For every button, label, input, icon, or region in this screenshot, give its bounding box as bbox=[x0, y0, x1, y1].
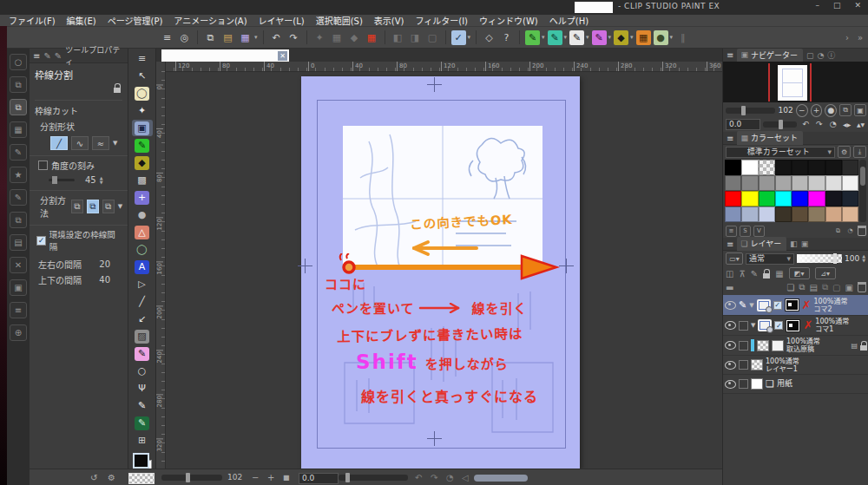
color-swatch-7[interactable] bbox=[842, 160, 858, 175]
edit-frame-icon[interactable]: ✎ bbox=[10, 189, 27, 206]
toolbar-menu[interactable]: ≡ bbox=[132, 50, 153, 67]
layer-menu-icon[interactable]: ≡ bbox=[727, 239, 733, 249]
opacity-slider[interactable] bbox=[797, 254, 842, 263]
stroke-correct-tool[interactable]: ↙ bbox=[132, 311, 153, 327]
favorites-icon[interactable]: ★ bbox=[10, 167, 27, 183]
main-menu-button[interactable]: ≡ bbox=[160, 30, 174, 45]
save-document-button[interactable]: ▦ bbox=[238, 30, 253, 45]
menu-item-4[interactable]: レイヤー(L) bbox=[259, 14, 305, 27]
layer-select-box[interactable] bbox=[739, 341, 748, 351]
color-swatch-12[interactable] bbox=[792, 175, 808, 191]
new-layer-icon[interactable]: ❏ bbox=[786, 283, 794, 292]
color-swatch-25[interactable] bbox=[741, 206, 758, 222]
ruler-range-dropdown[interactable]: ⊿▾ bbox=[815, 267, 836, 279]
layer-thumbnail[interactable] bbox=[757, 340, 769, 351]
color-swatch-23[interactable] bbox=[842, 191, 858, 206]
colorset-preset-dropdown[interactable]: 標準カラーセット▾ bbox=[726, 147, 835, 158]
navigator-zoom-value[interactable]: 102 bbox=[778, 106, 793, 115]
transfer-layer-icon[interactable]: ⧉ bbox=[822, 282, 828, 292]
menu-item-0[interactable]: ファイル(F) bbox=[9, 14, 56, 27]
folder-icon[interactable]: ▤ bbox=[10, 234, 27, 251]
color-swatch-5[interactable] bbox=[808, 160, 825, 175]
main-color-swatch[interactable] bbox=[133, 453, 149, 469]
split-method-1[interactable]: ⧉ bbox=[71, 200, 83, 213]
toolbar-scroll-left-icon[interactable]: › bbox=[845, 33, 849, 43]
color-swatch-0[interactable] bbox=[725, 160, 741, 175]
sort-s-icon[interactable]: S bbox=[740, 226, 751, 237]
status-reset-rotate-icon[interactable]: ◔ bbox=[446, 473, 454, 482]
search-page-icon[interactable]: ○ bbox=[10, 54, 27, 70]
manga-page[interactable]: この向きでもOK ココに ペンを置いて bbox=[301, 76, 580, 469]
color-swatch-13[interactable] bbox=[808, 175, 825, 191]
color-swatch-1[interactable] bbox=[741, 160, 758, 175]
layer-search-tab-icon[interactable]: ▣ bbox=[801, 239, 809, 248]
layer-color-button[interactable]: ▭▾ bbox=[726, 252, 743, 265]
layer-row-koma1[interactable]: ▼ ✓ ✗ 100%通常コマ1 bbox=[723, 316, 868, 336]
color-swatch-2[interactable] bbox=[759, 160, 775, 175]
color-swatch-22[interactable] bbox=[825, 191, 842, 206]
page-thumbnail-view-icon[interactable]: ⧉ bbox=[10, 76, 27, 93]
color-swatch-31[interactable] bbox=[842, 206, 858, 222]
delete-color-icon[interactable] bbox=[858, 226, 866, 236]
zoom-100-button[interactable]: ● bbox=[825, 104, 837, 117]
rotate-left-button[interactable]: ↶ bbox=[799, 119, 811, 130]
blend-dropdown[interactable]: ▾ bbox=[670, 34, 674, 41]
frame-border-tool[interactable]: ▣ bbox=[132, 120, 153, 136]
replace-color-icon[interactable]: ◔ bbox=[845, 226, 855, 236]
split-method-3[interactable]: ⧉ bbox=[102, 200, 115, 213]
list-view-icon[interactable]: ≡ bbox=[10, 302, 27, 318]
canvas-document-tab[interactable]: ✕ bbox=[161, 49, 289, 62]
reset-tool-icon[interactable]: ↺ bbox=[90, 473, 97, 482]
pen-violet-button[interactable]: ✎ bbox=[592, 30, 607, 45]
tone-tool[interactable]: ▩ bbox=[132, 172, 153, 188]
layer-mask-icon[interactable]: ▣ bbox=[845, 283, 853, 292]
navigator-tab[interactable]: ▣ナビゲーター bbox=[737, 49, 803, 62]
pen-mapping-button[interactable]: ✎ bbox=[569, 30, 584, 45]
pen-violet-dropdown[interactable]: ▾ bbox=[608, 34, 612, 41]
status-actual-size-icon[interactable]: ■ bbox=[283, 474, 290, 482]
paper-thumbnail[interactable] bbox=[751, 378, 763, 390]
status-flip-icon[interactable]: ◁ bbox=[462, 473, 469, 482]
minimize-button[interactable]: – bbox=[815, 1, 819, 10]
balloon-tool[interactable]: ◯ bbox=[132, 241, 153, 258]
frame-border-button[interactable]: ▦ bbox=[636, 30, 651, 45]
layer-row-imported-draft[interactable]: 100%通常取込原稿 ▤ bbox=[723, 336, 868, 356]
layer-select-box[interactable] bbox=[739, 379, 748, 389]
layer-select-box[interactable] bbox=[739, 360, 748, 370]
color-swatch-15[interactable] bbox=[842, 175, 858, 191]
color-swatch-17[interactable] bbox=[741, 191, 758, 206]
colorset-tab[interactable]: ▦カラーセット bbox=[737, 131, 803, 145]
history-tab-icon[interactable]: ◔ bbox=[817, 51, 824, 60]
status-zoom-in-icon[interactable]: + bbox=[267, 473, 274, 482]
text-tool[interactable]: A bbox=[132, 259, 153, 275]
status-rotate-left-icon[interactable]: ↶ bbox=[415, 473, 422, 482]
brush-tool[interactable]: ✎ bbox=[132, 415, 153, 431]
canvas-h-scrollbar[interactable] bbox=[474, 475, 528, 482]
delete-page-icon[interactable]: ✕ bbox=[10, 257, 27, 273]
layer-row-koma2[interactable]: ✎ ▼ ✓ ✗ 100%通常コマ2 bbox=[723, 295, 868, 316]
expand-chevron-icon[interactable]: ▼ bbox=[751, 322, 755, 329]
delete-layer-icon[interactable] bbox=[858, 282, 866, 292]
pen-teal-button[interactable]: ✎ bbox=[548, 30, 562, 45]
reset-rotation-button[interactable]: ◔ bbox=[827, 119, 838, 130]
color-swatch-4[interactable] bbox=[792, 160, 808, 175]
tab-close-icon[interactable]: ✕ bbox=[278, 51, 287, 61]
layer-property-tab-icon[interactable]: ◧ bbox=[790, 239, 798, 248]
tb-spacing-value[interactable]: 40 bbox=[99, 275, 122, 285]
navigator-rotate-slider[interactable] bbox=[763, 121, 798, 128]
fit-screen-button[interactable]: ⧉ bbox=[839, 104, 852, 116]
story-editor-icon[interactable]: ▦ bbox=[10, 121, 27, 138]
selection-launcher-button[interactable]: ✓ bbox=[451, 30, 466, 45]
settings-icon[interactable]: ⊕ bbox=[10, 324, 27, 341]
blend-mode-dropdown[interactable]: 通常▾ bbox=[746, 253, 794, 265]
split-method-2[interactable]: ⧉ bbox=[87, 200, 99, 213]
layer-row-paper[interactable]: ❏ 用紙 bbox=[723, 375, 868, 394]
status-rotate-right-icon[interactable]: ↷ bbox=[431, 473, 437, 482]
lr-spacing-value[interactable]: 20 bbox=[99, 259, 122, 269]
eraser-tool[interactable]: ◆ bbox=[132, 154, 153, 171]
menu-item-7[interactable]: フィルター(I) bbox=[415, 14, 468, 27]
color-swatch-18[interactable] bbox=[759, 191, 775, 206]
close-button[interactable]: ✕ bbox=[854, 1, 861, 10]
colorset-menu-icon[interactable]: ≡ bbox=[727, 134, 733, 143]
blend-tool[interactable]: ● bbox=[132, 206, 153, 223]
